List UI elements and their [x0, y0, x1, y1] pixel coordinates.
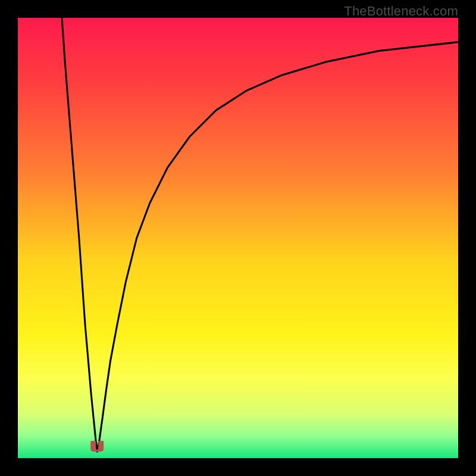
- chart-frame: TheBottleneck.com: [0, 0, 476, 476]
- chart-svg: [18, 18, 458, 458]
- watermark-text: TheBottleneck.com: [344, 4, 458, 19]
- plot-area: [18, 18, 458, 458]
- gradient-background: [18, 18, 458, 458]
